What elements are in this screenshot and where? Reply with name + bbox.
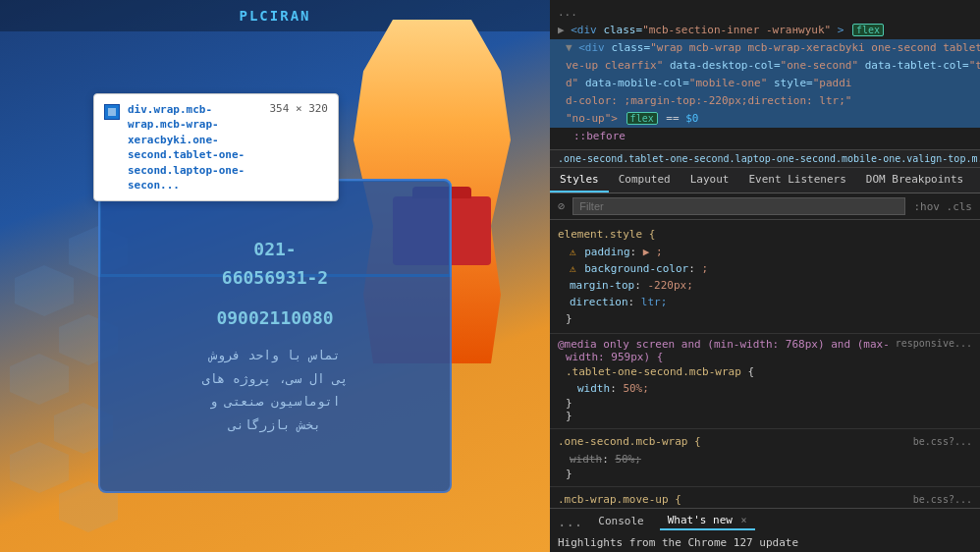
tab-dom-breakpoints[interactable]: DOM Breakpoints <box>856 168 973 193</box>
flex-badge: flex <box>852 24 884 36</box>
css-media-query: @media only screen and (min-width: 768px… <box>558 338 972 351</box>
tab-prop[interactable]: Prop... <box>973 168 980 193</box>
devtools-tabs-bar[interactable]: Styles Computed Layout Event Listeners D… <box>550 168 980 193</box>
dom-arrow[interactable]: ▶ <box>558 24 565 36</box>
devtools-panel: ... ▶ <div class="mcb-section-inner -wra… <box>550 0 980 552</box>
tooltip-classname: div.wrap.mcb-wrap.mcb-wrap-xeracbyki.one… <box>128 102 257 193</box>
filter-icon: ⊘ <box>558 199 565 213</box>
css-section-one-second: .one-second.mcb-wrap { be.css?... width:… <box>550 431 980 487</box>
dom-arrow[interactable]: ▼ <box>566 41 572 54</box>
tab-computed[interactable]: Computed <box>609 168 681 193</box>
phone-number-2: 09002110080 <box>216 304 333 333</box>
media-source: responsive... <box>896 338 972 349</box>
css-filter-input[interactable] <box>572 197 905 215</box>
css-section-media: @media only screen and (min-width: 768px… <box>550 336 980 429</box>
css-rule: ⚠ background-color: ; <box>558 260 972 277</box>
hex-shape <box>10 354 69 405</box>
tab-layout[interactable]: Layout <box>681 168 739 193</box>
dom-line-selected: d" data-mobile-col="mobile-one" style="p… <box>550 75 980 92</box>
dom-line-selected: ve-up clearfix" data-desktop-col="one-se… <box>550 57 980 75</box>
tooltip-size: 354 × 320 <box>269 102 328 115</box>
css-selector: .one-second.mcb-wrap { be.css?... <box>558 433 972 451</box>
warning-icon: ⚠ <box>570 246 576 258</box>
dom-line: ... <box>550 4 980 22</box>
website-logo: PLCIRAN <box>239 8 310 24</box>
css-source: be.css?... <box>913 433 972 451</box>
tab-event-listeners[interactable]: Event Listeners <box>738 168 855 193</box>
css-rule: ⚠ padding: ▶ ; <box>558 244 972 260</box>
css-rule: width: 50%; <box>558 380 972 397</box>
css-media-query-cont: width: 959px) { <box>558 351 972 363</box>
three-dots-icon[interactable]: ... <box>558 514 582 529</box>
hex-shape <box>10 442 69 493</box>
element-icon <box>104 104 120 120</box>
tab-whats-new[interactable]: What's new × <box>660 512 755 530</box>
contact-card: 021- 66056931-2 09002110080 تماس با واحد… <box>98 179 452 493</box>
dom-tree[interactable]: ... ▶ <div class="mcb-section-inner -wra… <box>550 0 980 150</box>
css-section-move-up: .mcb-wrap.move-up { be.css?... z-index: … <box>550 489 980 508</box>
filter-hover-cls[interactable]: :hov .cls <box>913 200 972 213</box>
contact-description: تماس با واحد فروش پی ال سی، پروژه های ات… <box>202 344 349 436</box>
css-rule: width: 50%; <box>558 451 972 468</box>
highlights-text: Highlights from the Chrome 127 update <box>550 533 980 552</box>
tab-console[interactable]: Console <box>590 513 651 529</box>
website-preview: PLCIRAN div.wrap.mcb-wrap.mcb-wrap-xerac… <box>0 0 550 552</box>
warning-icon: ⚠ <box>570 262 576 275</box>
devtools-bottom-bar[interactable]: ... Console What's new × <box>550 508 980 533</box>
css-rule: direction: ltr; <box>558 294 972 310</box>
hex-shape <box>15 265 74 316</box>
styles-panel[interactable]: element.style { ⚠ padding: ▶ ; ⚠ backgro… <box>550 220 980 508</box>
phone-number-1: 021- 66056931-2 <box>222 236 328 293</box>
dom-line: ::before <box>550 128 980 145</box>
breadcrumb: .one-second.tablet-one-second.laptop-one… <box>550 150 980 168</box>
css-section-element-style: element.style { ⚠ padding: ▶ ; ⚠ backgro… <box>550 224 980 334</box>
close-icon[interactable]: × <box>741 515 747 525</box>
css-rule: .tablet-one-second.mcb-wrap { <box>558 363 972 380</box>
css-selector: .mcb-wrap.move-up { be.css?... <box>558 491 972 508</box>
dom-line[interactable]: ▶ <div class="mcb-section-inner -wraнwyu… <box>550 22 980 39</box>
dom-line-selected[interactable]: ▼ <div class="wrap mcb-wrap mcb-wrap-xer… <box>550 39 980 57</box>
tab-styles[interactable]: Styles <box>550 168 609 193</box>
flex-badge: flex <box>626 112 658 125</box>
element-inspector-tooltip: div.wrap.mcb-wrap.mcb-wrap-xeracbyki.one… <box>93 93 339 201</box>
css-filter-bar[interactable]: ⊘ :hov .cls <box>550 193 980 220</box>
css-rule: margin-top: -220px; <box>558 277 972 294</box>
css-source: be.css?... <box>913 491 972 508</box>
dom-line-selected: d-color: ;margin-top:-220px;direction: l… <box>550 92 980 110</box>
css-selector: element.style { <box>558 226 972 244</box>
dom-line-selected: "no-up"> flex == $0 <box>550 110 980 128</box>
